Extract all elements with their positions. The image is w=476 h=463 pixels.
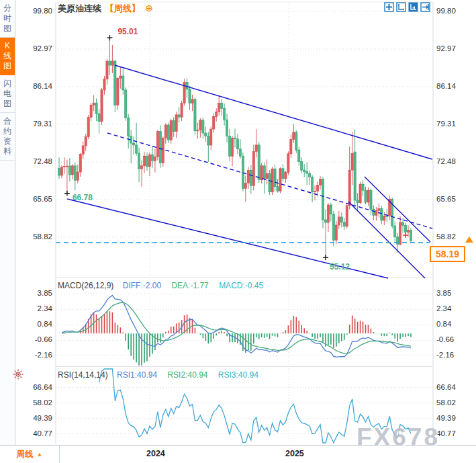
indicator-settings-icon[interactable]: [13, 369, 23, 382]
rsi-params: RSI(14,14,14): [58, 370, 108, 380]
price-axis-label: 72.48: [436, 157, 456, 165]
bottom-low-annotation: 55.12: [330, 262, 350, 271]
price-axis-label: 99.80: [436, 7, 456, 15]
rsi-header: RSI(14,14,14) RSI1:40.94 RSI2:40.94 RSI3…: [58, 370, 258, 380]
price-axis-label: 86.14: [15, 82, 52, 90]
macd-dea-value: DEA:-1.77: [171, 281, 208, 290]
rsi-axis-label: 58.02: [436, 398, 456, 407]
price-axis-label: 72.48: [15, 157, 52, 165]
macd-macd-value: MACD:-0.45: [219, 281, 263, 290]
rsi-axis-label: 40.77: [436, 429, 456, 437]
year-label-2024: 2024: [146, 449, 165, 458]
crosshair-move-icon[interactable]: [384, 2, 394, 12]
sidebar-tab-1[interactable]: 分时图: [0, 0, 15, 38]
symbol-name: 美原油连续: [58, 3, 101, 13]
rsi-axis-label: 49.39: [436, 414, 456, 422]
period-tag: 【周线】: [105, 3, 140, 13]
price-axis-label: 58.82: [436, 233, 456, 241]
time-axis-bar: 周线 ▲ 2024 2025: [0, 445, 476, 463]
macd-axis-label: 2.34: [15, 304, 52, 312]
rsi-axis-label: 66.64: [15, 383, 52, 391]
period-selector[interactable]: 周线 ▲: [0, 446, 60, 463]
macd-params: MACD(26,12,9): [58, 281, 113, 290]
rsi-axis-label: 49.39: [15, 414, 52, 422]
sidebar-tab-4[interactable]: 合约资料: [0, 113, 15, 161]
peak-price-annotation: 95.01: [117, 27, 138, 36]
price-axis-label: 99.80: [15, 7, 52, 15]
current-price-box: 58.19: [430, 246, 465, 262]
rsi-axis-label: 40.77: [15, 429, 52, 437]
macd-axis-label: 0.84: [15, 320, 52, 328]
rsi2-value: RSI2:40.94: [167, 370, 207, 380]
macd-axis-label: -2.16: [15, 351, 52, 359]
macd-axis-label: -0.66: [15, 335, 52, 343]
macd-diff-value: DIFF:-2.00: [123, 281, 161, 290]
price-axis-label: 65.65: [436, 195, 456, 203]
left-low-annotation: 66.78: [73, 193, 93, 202]
price-axis-label: 92.97: [436, 44, 456, 52]
price-axis-label: 58.82: [15, 233, 52, 241]
chart-toolbar: [384, 2, 430, 12]
scale-axis-icon[interactable]: [408, 2, 418, 12]
sidebar-tab-3[interactable]: 闪电图: [0, 75, 15, 113]
price-up-arrow-icon: [465, 237, 473, 243]
trading-app-window: { "header": { "symbol": "美原油连续", "period…: [0, 0, 476, 463]
price-axis-label: 79.31: [436, 120, 456, 128]
period-selector-label: 周线: [17, 449, 34, 460]
price-axis-label: 86.14: [436, 82, 456, 90]
macd-pane[interactable]: [56, 278, 433, 367]
rsi-axis-label: 66.64: [436, 383, 456, 391]
period-selector-arrow-icon: ▲: [37, 451, 43, 458]
macd-axis-label: 2.34: [436, 304, 451, 312]
price-axis-label: 65.65: [15, 195, 52, 203]
price-axis-label: 92.97: [15, 44, 52, 52]
rsi3-value: RSI3:40.94: [218, 370, 258, 380]
macd-header: MACD(26,12,9) DIFF:-2.00 DEA:-1.77 MACD:…: [58, 281, 263, 290]
price-axis-label: 79.31: [15, 120, 52, 128]
sidebar-tab-2[interactable]: K线图: [0, 38, 15, 75]
rsi1-value: RSI1:40.94: [117, 370, 157, 380]
year-label-2025: 2025: [285, 449, 304, 458]
chart-title: 美原油连续 【周线】 ⊕: [58, 3, 153, 15]
pan-right-icon[interactable]: [420, 2, 430, 12]
add-indicator-icon[interactable]: ⊕: [145, 3, 153, 13]
macd-axis-label: 3.85: [436, 289, 451, 297]
macd-axis-label: -0.66: [436, 335, 454, 343]
fit-chart-icon[interactable]: [396, 2, 406, 12]
macd-axis-label: 3.85: [15, 289, 52, 297]
rsi-axis-label: 58.02: [15, 398, 52, 407]
macd-axis-label: 0.84: [436, 320, 451, 328]
macd-axis-label: -2.16: [436, 351, 454, 359]
main-chart-pane[interactable]: [56, 2, 433, 277]
